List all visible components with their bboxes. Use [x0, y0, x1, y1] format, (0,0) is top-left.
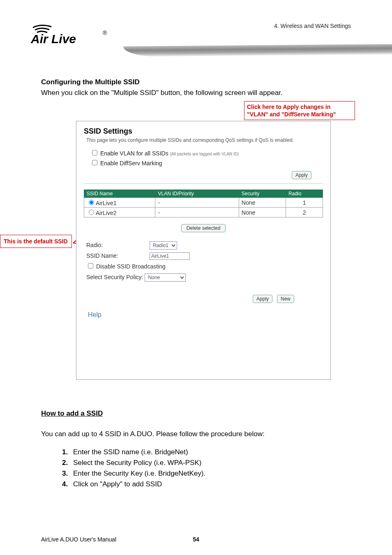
col-vlan: VLAN ID/Priority	[155, 190, 239, 198]
footer-manual-name: AirLive A.DUO User's Manual	[41, 536, 116, 543]
panel-description: This page lets you configure multiple SS…	[84, 137, 323, 143]
row-radio[interactable]	[89, 210, 94, 215]
col-radio: Radio	[286, 190, 323, 198]
table-row[interactable]: AirLive1 - None 1	[84, 198, 323, 208]
cell-security: None	[239, 198, 286, 208]
disable-broadcast-checkbox[interactable]	[88, 263, 93, 268]
intro-paragraph: When you click on the "Multiple SSID" bu…	[41, 89, 351, 97]
brand-logo: Air Live ®	[29, 23, 111, 45]
enable-diffserv-label: Enable DiffServ Marking	[100, 160, 162, 166]
col-ssid-name: SSID Name	[84, 190, 155, 198]
callout-apply-vlan: Click here to Apply changes in "VLAN" an…	[244, 101, 355, 120]
ssid-table: SSID Name VLAN ID/Priority Security Radi…	[84, 190, 323, 217]
radio-select[interactable]: Radio1	[150, 241, 177, 250]
enable-vlan-label: Enable VLAN for all SSIDs	[100, 150, 168, 157]
table-header-row: SSID Name VLAN ID/Priority Security Radi…	[84, 190, 323, 198]
delete-selected-button[interactable]: Delete selected	[181, 224, 226, 232]
svg-text:Air Live: Air Live	[30, 32, 76, 45]
list-item: Enter the Security Key (i.e. BridgeNetKe…	[70, 469, 351, 478]
cell-radio: 2	[286, 208, 323, 217]
security-policy-label: Select Security Policy:	[86, 274, 143, 280]
panel-title: SSID Settings	[84, 127, 323, 136]
list-item: Enter the SSID name (i.e. BridgeNet)	[70, 448, 351, 456]
security-policy-select[interactable]: None	[145, 273, 186, 282]
apply-button[interactable]: Apply	[292, 171, 311, 179]
cell-radio: 1	[286, 198, 323, 208]
cell-vlan: -	[155, 198, 239, 208]
howto-heading: How to add a SSID	[41, 409, 351, 418]
cell-name: AirLive2	[96, 210, 117, 216]
ssid-name-label: SSID Name:	[86, 250, 148, 261]
callout-text: Click here to Apply changes in "VLAN" an…	[247, 104, 336, 118]
new-button[interactable]: New	[277, 295, 294, 303]
row-radio[interactable]	[89, 200, 94, 205]
enable-vlan-checkbox[interactable]	[92, 150, 97, 155]
list-item: Select the Security Policy (i.e. WPA-PSK…	[70, 459, 351, 467]
page-number: 54	[193, 536, 199, 543]
cell-name: AirLive1	[96, 200, 117, 206]
table-row[interactable]: AirLive2 - None 2	[84, 208, 323, 217]
ssid-name-input[interactable]	[150, 252, 190, 260]
header-swoosh	[123, 44, 392, 57]
chapter-title: 4. Wireless and WAN Settings	[274, 23, 351, 29]
list-item: Click on "Apply" to add SSID	[70, 480, 351, 488]
ssid-settings-panel: SSID Settings This page lets you configu…	[76, 121, 331, 380]
cell-security: None	[239, 208, 286, 217]
col-security: Security	[239, 190, 286, 198]
help-link[interactable]: Help	[84, 311, 323, 319]
cell-vlan: -	[155, 208, 239, 217]
disable-broadcast-label: Disable SSID Broadcasting	[96, 263, 166, 270]
svg-text:®: ®	[103, 30, 107, 36]
callout-default-ssid: This is the default SSID	[0, 235, 72, 248]
enable-vlan-hint: (All packets are tagged with VLAN ID)	[170, 152, 239, 156]
howto-intro: You can add up to 4 SSID in A.DUO. Pleas…	[41, 430, 351, 438]
callout-text: This is the default SSID	[4, 238, 68, 245]
apply-button[interactable]: Apply	[253, 295, 272, 303]
section-heading: Configuring the Multiple SSID	[41, 78, 351, 86]
radio-label: Radio:	[86, 240, 148, 250]
divider	[84, 183, 323, 184]
enable-diffserv-checkbox[interactable]	[92, 160, 97, 165]
